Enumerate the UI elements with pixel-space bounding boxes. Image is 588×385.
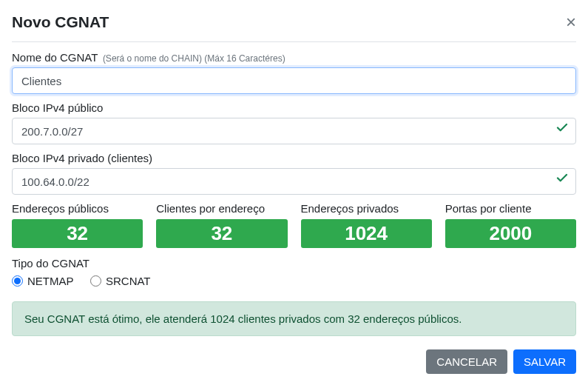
radio-srcnat-label: SRCNAT bbox=[106, 275, 151, 287]
stat-value: 32 bbox=[156, 219, 287, 248]
modal-header: Novo CGNAT × bbox=[12, 13, 576, 42]
stats-row: Endereços públicos 32 Clientes por ender… bbox=[12, 202, 576, 248]
alert-success: Seu CGNAT está ótimo, ele atenderá 1024 … bbox=[12, 301, 576, 336]
stat-value: 2000 bbox=[445, 219, 576, 248]
stat-label: Portas por cliente bbox=[445, 202, 576, 215]
stat-value: 32 bbox=[12, 219, 143, 248]
radio-srcnat[interactable]: SRCNAT bbox=[90, 275, 151, 287]
stat-label: Endereços públicos bbox=[12, 202, 143, 215]
close-icon: × bbox=[566, 12, 576, 32]
form-group-public-block: Bloco IPv4 público bbox=[12, 101, 576, 144]
private-block-input[interactable] bbox=[12, 168, 576, 195]
public-block-label: Bloco IPv4 público bbox=[12, 101, 103, 114]
public-block-wrapper bbox=[12, 115, 576, 144]
modal-footer: CANCELAR SALVAR bbox=[12, 349, 576, 374]
form-group-type: Tipo do CGNAT NETMAP SRCNAT bbox=[12, 257, 576, 289]
modal-title: Novo CGNAT bbox=[12, 13, 109, 31]
stat-value: 1024 bbox=[301, 219, 432, 248]
cancel-button[interactable]: CANCELAR bbox=[426, 349, 507, 374]
private-block-wrapper bbox=[12, 165, 576, 195]
radio-netmap-input[interactable] bbox=[12, 275, 23, 287]
radio-netmap-label: NETMAP bbox=[27, 275, 74, 287]
save-button[interactable]: SALVAR bbox=[513, 349, 576, 374]
name-input[interactable] bbox=[12, 67, 576, 94]
form-group-private-block: Bloco IPv4 privado (clientes) bbox=[12, 152, 576, 195]
stat-ports-per-client: Portas por cliente 2000 bbox=[445, 202, 576, 248]
name-label: Nome do CGNAT bbox=[12, 51, 98, 64]
close-button[interactable]: × bbox=[566, 13, 576, 31]
private-block-label: Bloco IPv4 privado (clientes) bbox=[12, 152, 152, 164]
radio-netmap[interactable]: NETMAP bbox=[12, 275, 74, 287]
stat-private-addresses: Endereços privados 1024 bbox=[301, 202, 432, 248]
type-label: Tipo do CGNAT bbox=[12, 257, 89, 270]
public-block-input[interactable] bbox=[12, 118, 576, 144]
stat-clients-per-address: Clientes por endereço 32 bbox=[156, 202, 287, 248]
name-hint: (Será o nome do CHAIN) (Máx 16 Caractére… bbox=[103, 53, 285, 64]
stat-label: Clientes por endereço bbox=[156, 202, 287, 215]
radio-group-type: NETMAP SRCNAT bbox=[12, 275, 576, 289]
radio-srcnat-input[interactable] bbox=[90, 275, 101, 287]
stat-label: Endereços privados bbox=[301, 202, 432, 215]
form-group-name: Nome do CGNAT (Será o nome do CHAIN) (Má… bbox=[12, 51, 576, 94]
stat-public-addresses: Endereços públicos 32 bbox=[12, 202, 143, 248]
